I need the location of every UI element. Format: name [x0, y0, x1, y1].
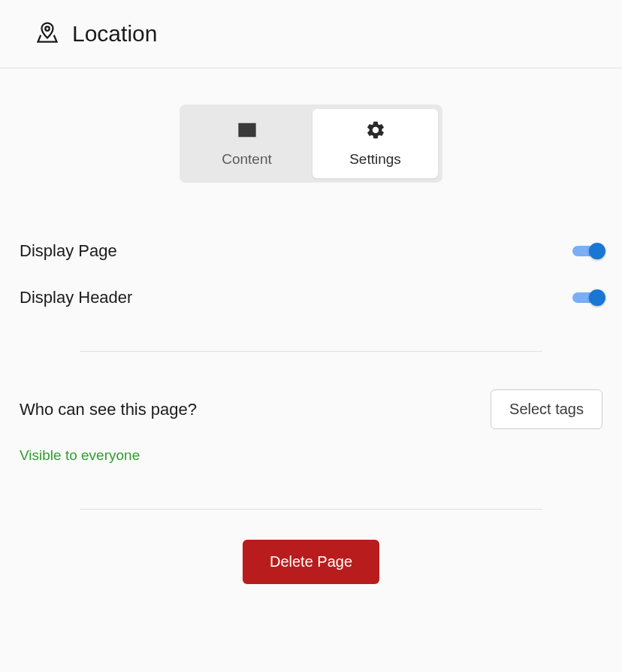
tab-group: Content Settings — [180, 104, 442, 183]
visibility-title: Who can see this page? — [20, 400, 197, 419]
select-tags-button[interactable]: Select tags — [491, 389, 602, 429]
page-title: Location — [72, 21, 157, 47]
visibility-section: Who can see this page? Select tags Visib… — [20, 382, 602, 479]
delete-page-button[interactable]: Delete Page — [243, 540, 379, 584]
display-header-label: Display Header — [20, 288, 132, 307]
divider — [80, 351, 542, 352]
display-header-toggle[interactable] — [572, 291, 602, 304]
tab-settings[interactable]: Settings — [313, 109, 438, 178]
location-pin-icon — [36, 21, 59, 47]
delete-section: Delete Page — [20, 540, 602, 584]
tab-settings-label: Settings — [349, 151, 401, 168]
content-area: Content Settings Display Page Display He… — [0, 68, 622, 614]
page-header: Location — [0, 0, 622, 68]
display-page-toggle[interactable] — [572, 244, 602, 258]
content-panel-icon — [237, 120, 258, 144]
display-page-label: Display Page — [20, 241, 117, 261]
display-page-row: Display Page — [20, 228, 602, 274]
visibility-status: Visible to everyone — [20, 447, 602, 464]
gear-icon — [365, 120, 386, 144]
tab-content[interactable]: Content — [184, 109, 309, 178]
divider — [80, 509, 542, 510]
svg-point-0 — [45, 26, 50, 31]
svg-rect-2 — [239, 128, 248, 137]
tab-content-label: Content — [222, 151, 272, 168]
svg-rect-1 — [239, 124, 255, 128]
display-header-row: Display Header — [20, 274, 602, 321]
